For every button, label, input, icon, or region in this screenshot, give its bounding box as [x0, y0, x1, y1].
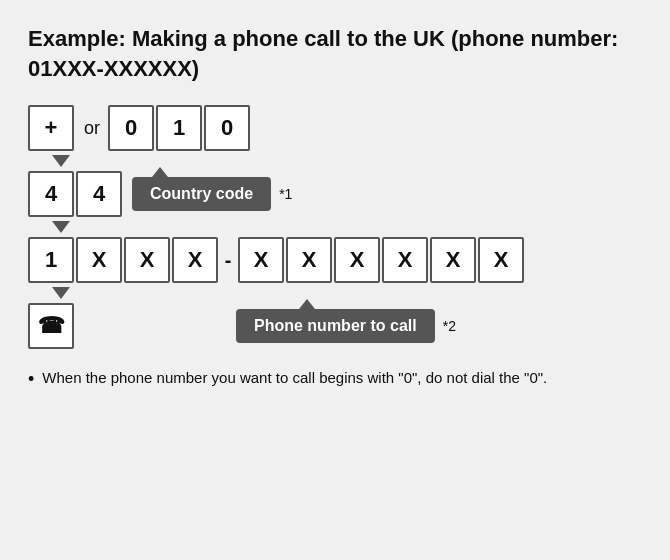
cell-1: 1	[156, 105, 202, 151]
note-section: • When the phone number you want to call…	[28, 367, 642, 392]
arrow-down-icon-1	[52, 155, 70, 167]
arrow-3	[40, 287, 642, 299]
note-bullet: •	[28, 367, 34, 392]
cell-0a: 0	[108, 105, 154, 151]
phone-icon: ☎	[38, 313, 65, 339]
main-container: Example: Making a phone call to the UK (…	[0, 0, 670, 560]
arrow-down-icon-3	[52, 287, 70, 299]
cell-x5: X	[286, 237, 332, 283]
cell-x7: X	[382, 237, 428, 283]
cell-0b: 0	[204, 105, 250, 151]
cell-phone-icon: ☎	[28, 303, 74, 349]
cell-num-1: 1	[28, 237, 74, 283]
cell-x4: X	[238, 237, 284, 283]
row-phone-number: 1 X X X - X X X X X X	[28, 237, 642, 283]
page-title: Example: Making a phone call to the UK (…	[28, 24, 642, 83]
cell-plus: +	[28, 105, 74, 151]
cell-dash: -	[220, 249, 236, 272]
cell-4b: 4	[76, 171, 122, 217]
annotation-1: *1	[279, 186, 292, 202]
cell-x2: X	[124, 237, 170, 283]
phone-number-tooltip: Phone number to call	[236, 309, 435, 343]
cell-x6: X	[334, 237, 380, 283]
row-call: ☎ Phone number to call *2	[28, 303, 642, 349]
tooltip-country-code-wrapper: Country code	[132, 177, 271, 211]
annotation-2: *2	[443, 318, 456, 334]
note-text: When the phone number you want to call b…	[42, 367, 547, 390]
cell-x1: X	[76, 237, 122, 283]
country-code-tooltip: Country code	[132, 177, 271, 211]
tooltip-phone-wrapper: Phone number to call	[236, 309, 435, 343]
row-exit-codes: + or 0 1 0	[28, 105, 642, 151]
row-country-code: 4 4 Country code *1	[28, 171, 642, 217]
arrow-2	[40, 221, 642, 233]
or-label: or	[84, 118, 100, 139]
cell-x8: X	[430, 237, 476, 283]
cell-x3: X	[172, 237, 218, 283]
cell-4a: 4	[28, 171, 74, 217]
arrow-1	[40, 155, 642, 167]
arrow-down-icon-2	[52, 221, 70, 233]
cell-x9: X	[478, 237, 524, 283]
